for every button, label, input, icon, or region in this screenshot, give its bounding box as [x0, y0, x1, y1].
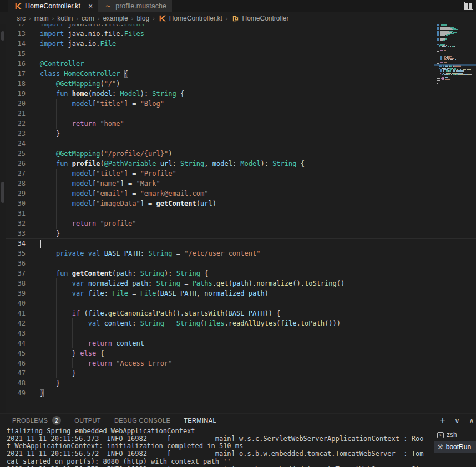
tab-profile-mustache[interactable]: ~profile.mustache — [98, 0, 172, 12]
panel-tab-label: TERMINAL — [184, 417, 216, 424]
indent-guide — [40, 119, 40, 129]
breadcrumb-label: HomeController — [242, 14, 289, 22]
code-text: var file: File = File(BASE_PATH, normali… — [26, 290, 269, 297]
kotlin-icon — [13, 2, 22, 11]
code-line-24[interactable]: 24 — [0, 139, 476, 149]
new-terminal-icon[interactable]: + — [438, 415, 447, 425]
breadcrumb-label: example — [103, 14, 128, 22]
maximize-panel-icon[interactable]: ∧ — [467, 417, 476, 425]
terminal-dropdown-icon[interactable]: ∨ — [453, 417, 462, 425]
code-line-32[interactable]: 32 return "profile" — [0, 219, 476, 229]
code-line-17[interactable]: 17class HomeController { — [0, 69, 476, 79]
panel-tab-debug-console[interactable]: DEBUG CONSOLE — [114, 414, 170, 427]
tab-homecontroller-kt[interactable]: HomeController.kt× — [8, 0, 98, 12]
breadcrumb-label: com — [82, 14, 94, 22]
breadcrumb-item-blog[interactable]: blog — [136, 14, 149, 22]
close-icon[interactable]: × — [88, 2, 93, 11]
code-line-18[interactable]: 18 @GetMapping("/") — [0, 79, 476, 89]
code-line-30[interactable]: 30 model["imageData"] = getContent(url) — [0, 199, 476, 209]
breadcrumb-item-homecontroller-kt[interactable]: HomeController.kt — [158, 14, 222, 23]
code-line-21[interactable]: 21 — [0, 109, 476, 119]
indent-guide — [40, 109, 40, 119]
indent-guide — [40, 229, 40, 238]
code-line-16[interactable]: 16@Controller — [0, 59, 476, 69]
panel-tab-output[interactable]: OUTPUT — [74, 414, 101, 427]
code-line-40[interactable]: 40 — [0, 298, 476, 308]
panel-tab-problems[interactable]: PROBLEMS2 — [12, 414, 61, 427]
breadcrumb-item-com[interactable]: com — [82, 14, 94, 22]
code-line-29[interactable]: 29 model["email"] = "emark@email.com" — [0, 189, 476, 199]
code-text: return "Access Error" — [26, 359, 172, 367]
indent-guide — [56, 209, 57, 219]
code-line-42[interactable]: 42 val content: String = String(Files.re… — [0, 318, 476, 328]
indent-guide — [40, 378, 40, 388]
code-line-27[interactable]: 27 model["title"] = "Profile" — [0, 169, 476, 179]
text-cursor — [40, 240, 41, 248]
terminal-list: >zsh⚒bootRun — [434, 429, 476, 453]
code-line-13[interactable]: 13import java.nio.file.Files — [0, 29, 476, 39]
code-line-25[interactable]: 25 @GetMapping("/profile/{url}") — [0, 149, 476, 159]
code-line-44[interactable]: 44 return content — [0, 338, 476, 348]
code-line-37[interactable]: 37 fun getContent(path: String): String … — [0, 268, 476, 278]
code-line-19[interactable]: 19 fun home(model: Model): String { — [0, 89, 476, 99]
indent-guide — [56, 109, 57, 119]
panel-tab-label: PROBLEMS — [12, 417, 48, 424]
breadcrumb-item-src[interactable]: src — [17, 14, 26, 22]
editor-tab-bar: HomeController.kt×~profile.mustache — [0, 0, 476, 12]
code-text: } — [26, 389, 44, 397]
breadcrumb-item-homecontroller[interactable]: HomeController — [231, 14, 289, 23]
panel-tab-label: OUTPUT — [74, 417, 101, 424]
code-line-43[interactable]: 43 — [0, 328, 476, 338]
terminal-line: 2021-11-11 20:11:56.572 INFO 16982 --- [… — [7, 450, 433, 458]
code-line-28[interactable]: 28 model["name"] = "Mark" — [0, 179, 476, 189]
code-line-45[interactable]: 45 } else { — [0, 348, 476, 358]
indent-guide — [40, 149, 40, 159]
chevron-right-icon: › — [98, 15, 100, 22]
split-editor-icon[interactable] — [464, 2, 473, 10]
indent-guide — [40, 179, 40, 189]
code-line-20[interactable]: 20 model["title"] = "Blog" — [0, 99, 476, 109]
code-line-39[interactable]: 39 var file: File = File(BASE_PATH, norm… — [0, 288, 476, 298]
class-icon — [231, 14, 240, 23]
terminal-line: cat started on port(s): 8080 (http) with… — [7, 458, 433, 466]
terminal-line: t WebApplicationContext: initialization … — [7, 443, 433, 450]
code-line-26[interactable]: 26 fun profile(@PathVariable url: String… — [0, 159, 476, 169]
code-line-38[interactable]: 38 var normalized_path: String = Paths.g… — [0, 278, 476, 288]
code-line-34[interactable]: 34 — [0, 238, 476, 248]
code-line-14[interactable]: 14import java.io.File — [0, 39, 476, 49]
minimap-current-line — [434, 64, 476, 66]
code-line-33[interactable]: 33 } — [0, 229, 476, 238]
indent-guide — [56, 189, 57, 199]
chevron-right-icon: › — [153, 15, 155, 22]
terminal-output[interactable]: tializing Spring embedded WebApplication… — [7, 428, 433, 467]
code-line-41[interactable]: 41 if (file.getCanonicalPath().startsWit… — [0, 308, 476, 318]
indent-guide — [56, 219, 57, 229]
code-line-35[interactable]: 35 private val BASE_PATH: String = "/etc… — [0, 248, 476, 258]
code-line-23[interactable]: 23 } — [0, 129, 476, 139]
indent-guide — [56, 288, 57, 298]
code-line-22[interactable]: 22 return "home" — [0, 119, 476, 129]
code-line-47[interactable]: 47 } — [0, 368, 476, 378]
terminal-tab-zsh[interactable]: >zsh — [434, 429, 476, 441]
code-text: import java.nio.file.Files — [26, 30, 144, 38]
breadcrumb-item-kotlin[interactable]: kotlin — [57, 14, 73, 22]
code-line-36[interactable]: 36 — [0, 258, 476, 268]
terminal-tab-bootrun[interactable]: ⚒bootRun — [434, 441, 476, 453]
indent-guide — [40, 129, 40, 139]
code-line-48[interactable]: 48 } — [0, 378, 476, 388]
code-line-12[interactable]: 12import java.nio.file.Paths — [0, 24, 476, 29]
code-line-15[interactable]: 15 — [0, 49, 476, 59]
indent-guide — [40, 258, 40, 268]
code-line-49[interactable]: 49} — [0, 388, 476, 398]
breadcrumb-item-example[interactable]: example — [103, 14, 128, 22]
panel-tab-terminal[interactable]: TERMINAL — [184, 414, 216, 427]
indent-guide — [56, 358, 57, 368]
code-line-46[interactable]: 46 return "Access Error" — [0, 358, 476, 368]
breadcrumb-item-main[interactable]: main — [34, 14, 49, 22]
chevron-right-icon: › — [29, 15, 31, 22]
code-line-31[interactable]: 31 — [0, 209, 476, 219]
minimap[interactable] — [437, 24, 473, 84]
code-editor[interactable]: 12import java.nio.file.Paths13import jav… — [0, 24, 476, 413]
code-text: } — [26, 230, 60, 237]
breadcrumb-label: kotlin — [57, 14, 73, 22]
